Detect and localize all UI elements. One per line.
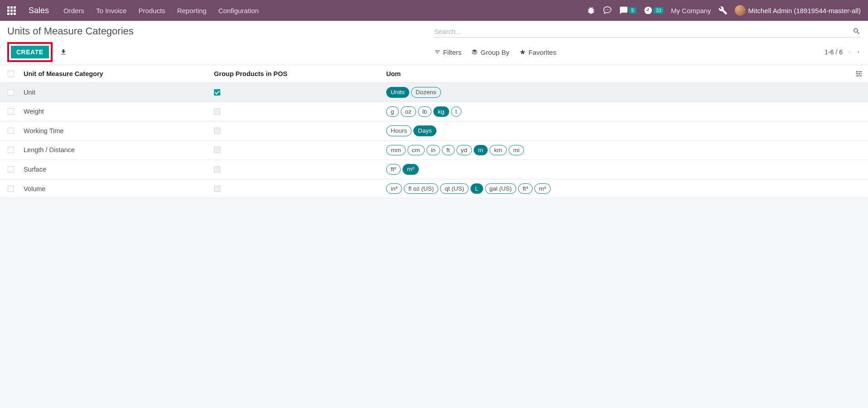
filters-label: Filters — [443, 48, 462, 56]
uom-tag[interactable]: cm — [407, 145, 425, 156]
uom-tag[interactable]: in³ — [386, 183, 402, 194]
uom-tag[interactable]: Dozens — [411, 87, 441, 98]
uom-tag[interactable]: Units — [386, 87, 409, 98]
uom-tag[interactable]: in — [427, 145, 441, 156]
columns-settings-icon[interactable] — [855, 70, 863, 78]
col-pos[interactable]: Group Products in POS — [212, 70, 384, 77]
svg-point-3 — [856, 71, 858, 72]
uom-tag[interactable]: mi — [509, 145, 524, 156]
pager-text: 1-6 / 6 — [824, 48, 843, 56]
create-button[interactable]: Create — [11, 46, 49, 58]
row-checkbox[interactable] — [8, 128, 14, 134]
activities-badge: 33 — [654, 7, 664, 14]
table-row[interactable]: Volumein³fl oz (US)qt (US)Lgal (US)ft³m³ — [0, 179, 868, 199]
user-menu[interactable]: Mitchell Admin (18919544-master-all) — [735, 5, 861, 16]
page-title: Units of Measure Categories — [7, 25, 134, 37]
uom-tag[interactable]: ft — [442, 145, 455, 156]
uom-tag[interactable]: kg — [433, 106, 449, 117]
svg-point-2 — [608, 10, 609, 10]
uom-tag[interactable]: oz — [401, 106, 416, 117]
list-view: Unit of Measure Category Group Products … — [0, 65, 868, 198]
svg-rect-7 — [861, 73, 862, 74]
pos-checkbox[interactable] — [214, 147, 220, 153]
row-checkbox[interactable] — [8, 147, 14, 153]
table-row[interactable]: Length / Distancemmcminftydmkmmi — [0, 141, 868, 160]
top-navbar: Sales OrdersTo InvoiceProductsReportingC… — [0, 0, 868, 21]
row-checkbox[interactable] — [8, 108, 14, 115]
activities-button[interactable]: 33 — [644, 6, 664, 15]
uom-tag[interactable]: fl oz (US) — [404, 183, 438, 194]
pager-prev-icon[interactable] — [847, 49, 852, 55]
col-category[interactable]: Unit of Measure Category — [22, 70, 212, 77]
company-selector[interactable]: My Company — [671, 7, 711, 14]
row-checkbox[interactable] — [8, 166, 14, 173]
pager: 1-6 / 6 — [824, 48, 861, 56]
pos-checkbox[interactable] — [214, 186, 220, 192]
nav-link[interactable]: To Invoice — [96, 7, 127, 14]
pos-checkbox[interactable] — [214, 166, 220, 173]
uom-tags: UnitsDozens — [386, 87, 848, 98]
uom-tag[interactable]: Days — [413, 125, 436, 136]
pos-checkbox[interactable] — [214, 89, 220, 96]
list-header: Unit of Measure Category Group Products … — [0, 65, 868, 83]
uom-tag[interactable]: m — [474, 145, 488, 156]
uom-tag[interactable]: yd — [456, 145, 472, 156]
app-name[interactable]: Sales — [29, 6, 49, 15]
uom-tag[interactable]: g — [386, 106, 399, 117]
table-row[interactable]: Surfaceft²m² — [0, 160, 868, 179]
svg-rect-6 — [856, 73, 858, 74]
uom-tag[interactable]: gal (US) — [485, 183, 517, 194]
favorites-button[interactable]: Favorites — [519, 48, 557, 56]
uom-tag[interactable]: m² — [402, 164, 419, 175]
uom-tag[interactable]: ft² — [386, 164, 401, 175]
table-row[interactable]: Working TimeHoursDays — [0, 121, 868, 141]
col-uom[interactable]: Uom — [384, 70, 850, 77]
uom-tags: ft²m² — [386, 164, 848, 175]
select-all-checkbox[interactable] — [8, 71, 14, 77]
row-checkbox[interactable] — [8, 89, 14, 96]
uom-tag[interactable]: ft³ — [518, 183, 533, 194]
uom-tag[interactable]: mm — [386, 145, 406, 156]
bug-icon[interactable] — [587, 6, 596, 15]
uom-tag[interactable]: km — [490, 145, 507, 156]
messages-button[interactable]: 5 — [619, 6, 636, 15]
uom-tag[interactable]: lb — [418, 106, 432, 117]
row-category: Unit — [22, 89, 212, 96]
uom-tags: in³fl oz (US)qt (US)Lgal (US)ft³m³ — [386, 183, 848, 194]
messages-badge: 5 — [629, 7, 636, 14]
nav-link[interactable]: Products — [138, 7, 165, 14]
table-row[interactable]: UnitUnitsDozens — [0, 83, 868, 102]
uom-tag[interactable]: t — [451, 106, 462, 117]
row-category: Volume — [22, 185, 212, 192]
user-name: Mitchell Admin (18919544-master-all) — [748, 7, 861, 14]
uom-tag[interactable]: L — [470, 183, 483, 194]
search-icon[interactable] — [853, 27, 861, 35]
pager-next-icon[interactable] — [856, 49, 861, 55]
phone-icon[interactable] — [603, 6, 612, 15]
funnel-icon — [434, 49, 441, 55]
uom-tag[interactable]: qt (US) — [440, 183, 469, 194]
uom-tag[interactable]: m³ — [534, 183, 551, 194]
svg-rect-4 — [858, 72, 862, 72]
groupby-button[interactable]: Group By — [471, 48, 509, 56]
star-icon — [519, 49, 526, 55]
tools-icon[interactable] — [718, 6, 727, 15]
table-row[interactable]: Weightgozlbkgt — [0, 102, 868, 122]
filters-button[interactable]: Filters — [434, 48, 462, 56]
nav-link[interactable]: Orders — [63, 7, 84, 14]
nav-link[interactable]: Reporting — [177, 7, 207, 14]
download-icon[interactable] — [60, 48, 67, 56]
favorites-label: Favorites — [529, 48, 557, 56]
nav-link[interactable]: Configuration — [218, 7, 259, 14]
uom-tag[interactable]: Hours — [386, 125, 412, 136]
row-checkbox[interactable] — [8, 186, 14, 192]
pos-checkbox[interactable] — [214, 108, 220, 115]
control-panel: Units of Measure Categories Create Filte… — [0, 21, 868, 65]
row-category: Working Time — [22, 127, 212, 134]
svg-point-1 — [607, 10, 608, 10]
row-category: Weight — [22, 108, 212, 115]
groupby-label: Group By — [480, 48, 509, 56]
apps-icon[interactable] — [7, 6, 16, 15]
search-input[interactable] — [434, 28, 849, 35]
pos-checkbox[interactable] — [214, 128, 220, 134]
